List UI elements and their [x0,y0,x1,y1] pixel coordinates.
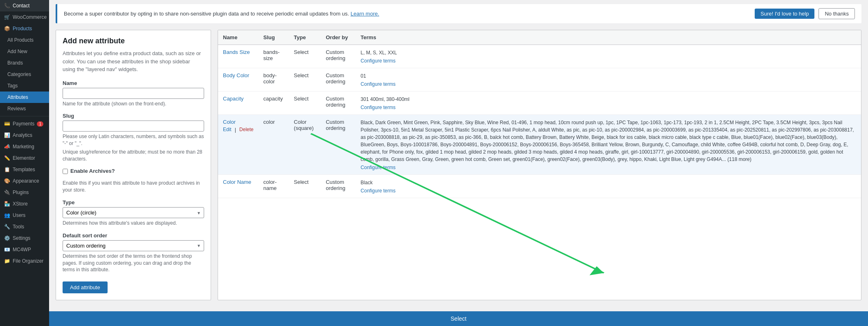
sidebar-item-tools[interactable]: 🔧 Tools [0,221,49,232]
delete-action-link[interactable]: Delete [239,127,254,133]
templates-icon: 📋 [4,167,10,172]
sort-hint: Determines the sort order of the terms o… [63,253,204,273]
notice-bar: Become a super contributor by opting in … [56,4,861,23]
products-icon: 📦 [4,26,10,31]
select-bar-label: Select [451,315,467,322]
name-input[interactable] [63,88,204,99]
sidebar-item-attributes[interactable]: Attributes [0,92,49,103]
cell-name: Capacity [218,92,259,115]
payments-badge: 1 [37,121,43,127]
sidebar-item-elementor[interactable]: ✏️ Elementor [0,152,49,164]
col-type: Type [289,30,321,45]
sidebar-item-settings[interactable]: ⚙️ Settings [0,232,49,244]
attributes-table-panel: Name Slug Type Order by Terms Bands Size… [218,30,861,300]
type-field-group: Type Select Text Color (circle) Color (s… [63,199,204,227]
sidebar-item-woocommerce[interactable]: 🛒 WooCommerce [0,11,49,23]
cell-name: ColorEdit | Delete [218,115,259,175]
sidebar-item-file-organizer[interactable]: 📁 File Organizer [0,255,49,267]
sidebar-item-plugins[interactable]: 🔌 Plugins [0,187,49,198]
cell-slug: body-color [259,68,289,92]
type-hint: Determines how this attribute's values a… [63,220,204,227]
sidebar-item-contact[interactable]: 📞 Contact [0,0,49,11]
slug-label: Slug [63,113,204,119]
sidebar-item-products[interactable]: 📦 Products [0,23,49,34]
file-organizer-icon: 📁 [4,258,10,264]
panel-description: Attributes let you define extra product … [63,49,204,74]
add-attribute-panel: Add new attribute Attributes let you def… [56,30,211,300]
sidebar-item-payments[interactable]: 💳 Payments 1 [0,118,49,130]
panel-title: Add new attribute [63,37,204,45]
cell-order-by: Custom ordering [321,45,355,68]
attr-name-link[interactable]: Body Color [223,72,249,78]
enable-archives-group: Enable Archives? [63,168,204,174]
cell-slug: capacity [259,92,289,115]
slug-input[interactable] [63,121,204,132]
sidebar-item-all-products[interactable]: All Products [0,34,49,46]
sidebar-item-reviews[interactable]: Reviews [0,103,49,114]
attributes-table: Name Slug Type Order by Terms Bands Size… [218,30,861,198]
attr-name-link[interactable]: Color [223,119,236,125]
enable-archives-label[interactable]: Enable Archives? [70,168,115,174]
name-field-group: Name Name for the attribute (shown on th… [63,80,204,107]
add-attribute-button[interactable]: Add attribute [63,281,108,293]
cell-type: Color (square) [289,115,321,175]
cell-slug: bands-size [259,45,289,68]
cell-order-by: Custom ordering [321,175,355,198]
sidebar-item-users[interactable]: 👥 Users [0,210,49,221]
sort-order-select[interactable]: Custom ordering Name Name (numeric) Term… [63,240,204,251]
cell-name: Color Name [218,175,259,198]
cell-type: Select [289,175,321,198]
plugins-icon: 🔌 [4,190,10,195]
col-name: Name [218,30,259,45]
sidebar-item-tags[interactable]: Tags [0,80,49,92]
cell-type: Select [289,92,321,115]
cell-order-by: Custom ordering [321,68,355,92]
select-bar[interactable]: Select [49,311,868,326]
cell-type: Select [289,68,321,92]
configure-terms-link[interactable]: Configure terms [361,81,856,87]
notice-no-button[interactable]: No thanks [819,8,855,19]
users-icon: 👥 [4,212,10,218]
sort-select-wrapper: Custom ordering Name Name (numeric) Term… [63,240,204,251]
cell-type: Select [289,45,321,68]
sidebar-item-marketing[interactable]: 📣 Marketing [0,141,49,152]
slug-hint-1: Please use only Latin characters, number… [63,133,204,147]
sidebar-item-categories[interactable]: Categories [0,69,49,80]
edit-action-link[interactable]: Edit [223,127,232,133]
sidebar-item-xstore[interactable]: 🏪 XStore [0,198,49,210]
sidebar-item-mc4wp[interactable]: 📧 MC4WP [0,244,49,255]
attr-name-link[interactable]: Color Name [223,179,251,185]
enable-archives-checkbox[interactable] [63,169,68,174]
cell-terms: 301 400ml, 380-400mlConfigure terms [356,92,861,115]
configure-terms-link[interactable]: Configure terms [361,105,856,110]
notice-learn-more-link[interactable]: Learn more. [351,11,379,17]
contact-icon: 📞 [4,3,10,9]
svg-marker-1 [589,266,604,275]
cell-order-by: Custom ordering [321,115,355,175]
name-label: Name [63,80,204,86]
notice-yes-button[interactable]: Sure! I'd love to help [755,9,814,19]
attr-name-link[interactable]: Capacity [223,96,244,102]
col-slug: Slug [259,30,289,45]
attr-name-link[interactable]: Bands Size [223,49,250,55]
configure-terms-link[interactable]: Configure terms [361,188,856,194]
mc4wp-icon: 📧 [4,247,10,252]
table-row: Bands Sizebands-sizeSelectCustom orderin… [218,45,861,68]
marketing-icon: 📣 [4,144,10,150]
sort-order-group: Default sort order Custom ordering Name … [63,232,204,273]
configure-terms-link[interactable]: Configure terms [361,58,856,64]
configure-terms-link[interactable]: Configure terms [361,165,856,170]
cell-slug: color-name [259,175,289,198]
sidebar-item-brands[interactable]: Brands [0,57,49,69]
type-select[interactable]: Select Text Color (circle) Color (square… [63,207,204,218]
sidebar-item-add-new[interactable]: Add New [0,46,49,57]
type-select-wrapper: Select Text Color (circle) Color (square… [63,207,204,218]
table-row: Body Colorbody-colorSelectCustom orderin… [218,68,861,92]
sidebar-item-appearance[interactable]: 🎨 Appearance [0,175,49,187]
payments-icon: 💳 [4,121,10,127]
xstore-icon: 🏪 [4,201,10,207]
sidebar-item-templates[interactable]: 📋 Templates [0,164,49,175]
sidebar-item-analytics[interactable]: 📊 Analytics [0,130,49,141]
enable-archives-hint: Enable this if you want this attribute t… [63,180,204,194]
tools-icon: 🔧 [4,224,10,230]
